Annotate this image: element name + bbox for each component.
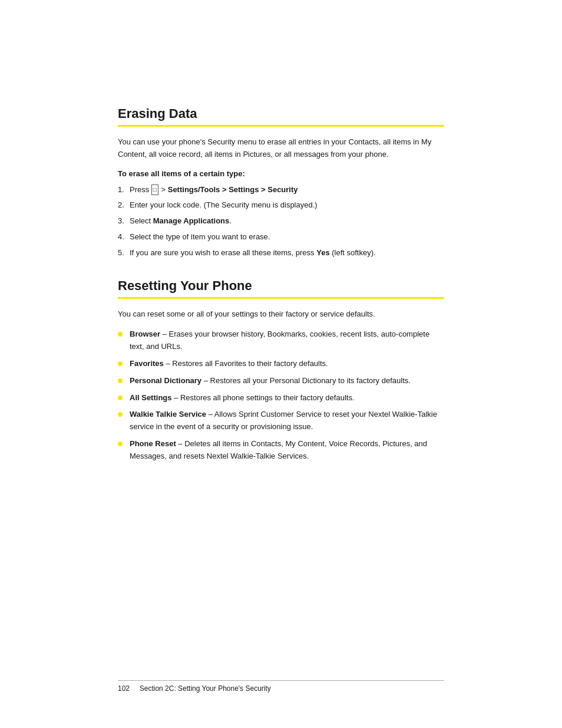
- page: Erasing Data You can use your phone's Se…: [0, 0, 562, 728]
- step-1: 1. Press □ > Settings/Tools > Settings >…: [118, 184, 444, 196]
- erasing-steps: 1. Press □ > Settings/Tools > Settings >…: [118, 184, 444, 259]
- erasing-instruction: To erase all items of a certain type:: [118, 169, 444, 178]
- bullet-phone-reset: Phone Reset – Deletes all items in Conta…: [118, 438, 444, 463]
- menu-icon: □: [151, 185, 158, 195]
- resetting-intro: You can reset some or all of your settin…: [118, 308, 444, 321]
- bullet-personal-dictionary-bold: Personal Dictionary: [130, 376, 201, 385]
- erasing-intro: You can use your phone's Security menu t…: [118, 136, 444, 161]
- bullet-personal-dictionary: Personal Dictionary – Restores all your …: [118, 375, 444, 387]
- bullet-phone-reset-bold: Phone Reset: [130, 439, 176, 448]
- bullet-all-settings-bold: All Settings: [130, 393, 172, 402]
- bullet-all-settings: All Settings – Restores all phone settin…: [118, 392, 444, 404]
- content-area: Erasing Data You can use your phone's Se…: [0, 0, 562, 517]
- bullet-walkie-talkie: Walkie Talkie Service – Allows Sprint Cu…: [118, 409, 444, 433]
- resetting-bullets: Browser – Erases your browser history, B…: [118, 328, 444, 462]
- erasing-data-section: Erasing Data You can use your phone's Se…: [118, 106, 444, 259]
- bullet-walkie-talkie-bold: Walkie Talkie Service: [130, 410, 206, 419]
- footer-divider: [118, 680, 444, 681]
- step5-bold: Yes: [316, 248, 329, 257]
- step-2: 2. Enter your lock code. (The Security m…: [118, 199, 444, 212]
- resetting-divider: [118, 297, 444, 299]
- bullet-favorites-bold: Favorites: [130, 359, 164, 368]
- bullet-browser: Browser – Erases your browser history, B…: [118, 328, 444, 353]
- erasing-divider: [118, 125, 444, 127]
- bullet-browser-bold: Browser: [130, 330, 160, 338]
- step-5: 5. If you are sure you wish to erase all…: [118, 247, 444, 259]
- resetting-phone-section: Resetting Your Phone You can reset some …: [118, 278, 444, 463]
- page-footer: 102 Section 2C: Setting Your Phone's Sec…: [118, 680, 444, 693]
- step3-bold: Manage Applications: [153, 216, 230, 225]
- erasing-data-title: Erasing Data: [118, 106, 444, 121]
- step-4: 4. Select the type of item you want to e…: [118, 231, 444, 243]
- bullet-favorites: Favorites – Restores all Favorites to th…: [118, 358, 444, 370]
- step1-bold: Settings/Tools > Settings > Security: [168, 185, 298, 194]
- resetting-title: Resetting Your Phone: [118, 278, 444, 294]
- step-3: 3. Select Manage Applications.: [118, 215, 444, 228]
- section-label: Section 2C: Setting Your Phone's Securit…: [140, 684, 271, 693]
- page-number: 102: [118, 684, 130, 693]
